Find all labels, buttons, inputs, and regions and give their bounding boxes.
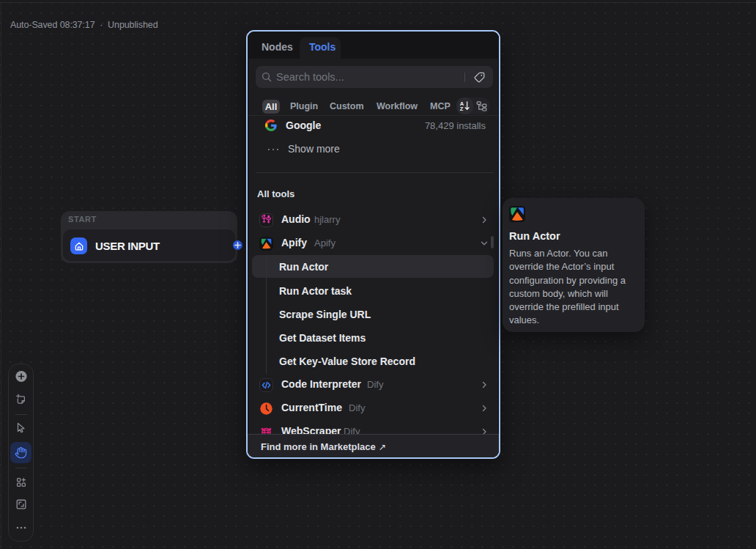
svg-text:Z: Z	[460, 106, 464, 111]
